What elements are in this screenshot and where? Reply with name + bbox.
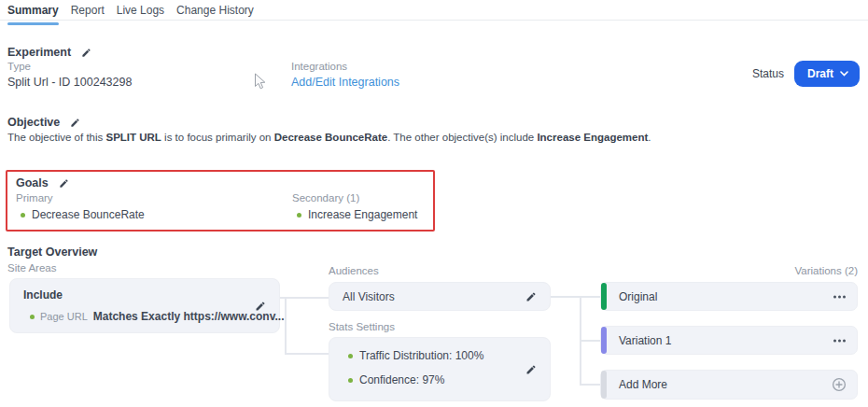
target-overview-heading: Target Overview [7, 246, 97, 259]
stats-item-traffic: Traffic Distribution: 100% [348, 349, 483, 362]
goal-dot-icon [297, 213, 301, 218]
variation-color-bar [601, 283, 607, 310]
stats-item-confidence: Confidence: 97% [348, 373, 444, 386]
goal-dot-icon [21, 213, 25, 218]
type-label: Type [7, 61, 31, 72]
condition-dot-icon [30, 315, 35, 319]
variation-name: Original [619, 290, 657, 303]
variation-card-original[interactable]: Original [600, 282, 858, 311]
condition-text: Matches Exactly https://www.conv... [93, 310, 285, 323]
edit-stats-icon[interactable] [525, 364, 537, 375]
objective-heading: Objective [7, 116, 80, 129]
goals-heading: Goals [16, 176, 69, 189]
site-areas-card: Include Page URL Matches Exactly https:/… [9, 278, 280, 333]
connector-line [551, 296, 600, 298]
connector-line [285, 353, 329, 355]
condition-prefix: Page URL [40, 311, 88, 322]
more-options-icon[interactable] [833, 339, 846, 342]
chevron-down-icon [840, 71, 848, 77]
status-area: Status Draft [752, 61, 860, 87]
stats-dot-icon [348, 354, 353, 358]
variation-name: Variation 1 [619, 334, 671, 347]
experiment-heading-label: Experiment [7, 46, 71, 59]
audiences-label: Audiences [329, 265, 379, 276]
stats-dot-icon [348, 378, 353, 383]
connector-line [285, 298, 287, 355]
site-areas-condition: Page URL Matches Exactly https://www.con… [30, 310, 284, 323]
add-circle-icon[interactable] [832, 377, 847, 392]
type-value: Split Url - ID 100243298 [7, 76, 132, 89]
objective-text: The objective of this SPLIT URL is to fo… [7, 132, 679, 143]
variations-label: Variations (2) [794, 265, 858, 276]
primary-goal-value: Decrease BounceRate [32, 208, 145, 221]
audiences-card: All Visitors [329, 282, 551, 311]
goals-heading-label: Goals [16, 176, 49, 189]
secondary-goal-label: Secondary (1) [292, 192, 359, 204]
edit-goals-icon[interactable] [59, 178, 69, 189]
edit-site-areas-icon[interactable] [255, 301, 266, 312]
secondary-goal-value: Increase Engagement [308, 208, 417, 221]
edit-audiences-icon[interactable] [525, 291, 537, 302]
integrations-link[interactable]: Add/Edit Integrations [291, 76, 399, 89]
edit-objective-icon[interactable] [70, 118, 80, 128]
summary-page: Summary Report Live Logs Change History … [0, 0, 868, 407]
stats-settings-label: Stats Settings [329, 321, 395, 332]
primary-goal-item: Decrease BounceRate [21, 208, 145, 221]
connector-line [580, 340, 600, 342]
connector-line [580, 384, 600, 386]
audiences-value: All Visitors [343, 290, 395, 303]
objective-heading-label: Objective [7, 116, 60, 129]
experiment-heading: Experiment [7, 46, 91, 59]
target-overview-heading-label: Target Overview [7, 246, 97, 259]
site-areas-card-title: Include [23, 288, 63, 302]
status-label: Status [752, 67, 784, 80]
add-more-card[interactable]: Add More [600, 370, 858, 400]
add-more-color-bar [601, 371, 607, 399]
status-dropdown-button[interactable]: Draft [794, 61, 860, 87]
integrations-label: Integrations [291, 61, 347, 72]
connector-line [280, 297, 329, 299]
edit-experiment-icon[interactable] [81, 48, 91, 58]
add-more-label: Add More [619, 378, 667, 391]
mouse-cursor-icon [254, 73, 266, 91]
secondary-goal-item: Increase Engagement [297, 208, 417, 221]
more-options-icon[interactable] [833, 295, 846, 298]
variation-color-bar [601, 327, 607, 354]
primary-goal-label: Primary [16, 192, 53, 204]
site-areas-label: Site Areas [7, 262, 56, 274]
tab-divider [0, 20, 868, 21]
variation-card-variation-1[interactable]: Variation 1 [600, 326, 858, 355]
annotation-highlight-box [6, 170, 435, 232]
status-value: Draft [807, 67, 833, 80]
stats-settings-card: Traffic Distribution: 100% Confidence: 9… [329, 337, 551, 401]
